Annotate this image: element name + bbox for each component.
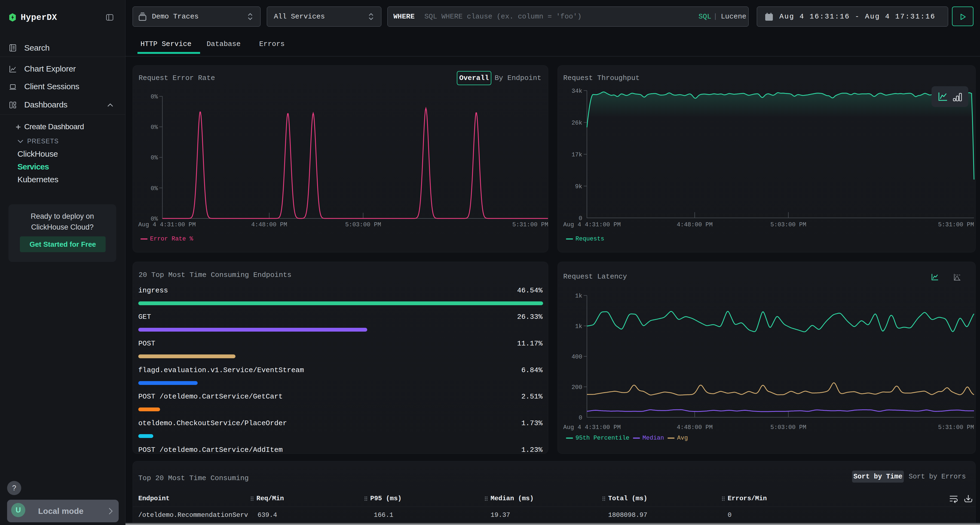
svg-text:Aug 4 4:31:00 PM: Aug 4 4:31:00 PM [563,424,620,431]
svg-text:5:03:00 PM: 5:03:00 PM [770,424,806,431]
svg-text:4:48:00 PM: 4:48:00 PM [677,424,713,431]
svg-text:0%: 0% [151,185,158,192]
svg-text:0%: 0% [151,124,158,131]
svg-text:5:31:00 PM: 5:31:00 PM [512,221,548,228]
svg-text:Aug 4 4:31:00 PM: Aug 4 4:31:00 PM [138,221,196,228]
svg-text:26k: 26k [571,120,582,127]
svg-text:9k: 9k [575,183,582,190]
svg-text:5:31:00 PM: 5:31:00 PM [938,424,974,431]
svg-text:5:03:00 PM: 5:03:00 PM [770,221,806,228]
svg-text:0: 0 [579,414,582,421]
svg-text:200: 200 [571,384,582,391]
svg-text:34k: 34k [571,88,582,95]
svg-text:5:31:00 PM: 5:31:00 PM [938,221,974,228]
svg-text:1k: 1k [575,293,582,300]
svg-text:400: 400 [571,354,582,360]
svg-text:5:03:00 PM: 5:03:00 PM [345,221,381,228]
svg-text:0: 0 [579,215,582,222]
svg-text:4:48:00 PM: 4:48:00 PM [251,221,287,228]
svg-text:1k: 1k [575,323,582,330]
svg-text:Aug 4 4:31:00 PM: Aug 4 4:31:00 PM [563,221,620,228]
svg-text:0%: 0% [151,94,158,100]
svg-text:0%: 0% [151,154,158,161]
svg-text:17k: 17k [571,152,582,158]
svg-text:4:48:00 PM: 4:48:00 PM [677,221,713,228]
